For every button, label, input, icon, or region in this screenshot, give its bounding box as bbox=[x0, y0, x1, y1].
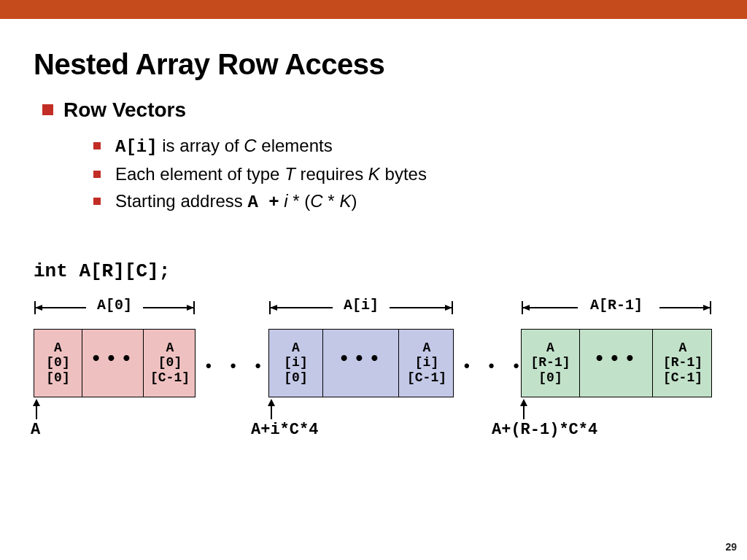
slide-title: Nested Array Row Access bbox=[34, 48, 713, 81]
arrow-up-icon bbox=[31, 399, 42, 419]
text: requires bbox=[295, 164, 368, 184]
var-k: K bbox=[368, 164, 380, 184]
bullet-1: A[i] is array of C elements bbox=[93, 132, 713, 160]
accent-bar bbox=[0, 0, 747, 19]
addr-label-2: A+(R-1)*C*4 bbox=[492, 421, 597, 439]
text: ) bbox=[351, 191, 357, 211]
arrow-up-icon bbox=[266, 399, 277, 419]
svg-marker-21 bbox=[268, 399, 275, 406]
cell-ri-cC: A [i] [C-1] bbox=[399, 330, 454, 397]
row-0-label: A[0] bbox=[34, 297, 196, 314]
var-t: T bbox=[285, 164, 295, 184]
gap-dots-0: • • • bbox=[206, 357, 268, 376]
var-c: C bbox=[244, 136, 256, 155]
cell-r0-c0: A [0] [0] bbox=[34, 330, 82, 397]
cell-ri-dots: ••• bbox=[323, 330, 399, 397]
arrow-up-icon bbox=[518, 399, 530, 419]
dots-icon: ••• bbox=[593, 348, 638, 371]
addr-arrow-2 bbox=[518, 399, 530, 419]
addr-arrow-1 bbox=[266, 399, 277, 419]
addr-label-1: A+i*C*4 bbox=[251, 421, 318, 439]
memory-layout-diagram: A[0] A [0] [0] ••• A [0] [C-1] • • • bbox=[34, 298, 713, 481]
text: Each element of type bbox=[115, 164, 285, 184]
row-i-label: A[i] bbox=[268, 297, 454, 314]
cell-rR-cC: A [R-1] [C-1] bbox=[653, 330, 713, 397]
bullet-3: Starting address A + i * (C * K) bbox=[93, 187, 713, 216]
var-k: K bbox=[339, 191, 351, 211]
row-r1-label-wrap: A[R-1] bbox=[521, 298, 712, 317]
row-0-rect: A [0] [0] ••• A [0] [C-1] bbox=[34, 329, 196, 397]
slide-number: 29 bbox=[725, 541, 737, 553]
bullet-list: A[i] is array of C elements Each element… bbox=[93, 132, 713, 217]
cell-ri-c0: A [i] [0] bbox=[269, 330, 323, 397]
code-a-i: A[i] bbox=[115, 137, 158, 157]
dots-icon: ••• bbox=[90, 348, 135, 371]
section-heading-text: Row Vectors bbox=[63, 98, 186, 122]
addr-label-0: A bbox=[31, 421, 40, 439]
row-i-label-wrap: A[i] bbox=[268, 298, 454, 317]
array-declaration: int A[R][C]; bbox=[34, 260, 713, 282]
text: bytes bbox=[380, 164, 427, 184]
text: * ( bbox=[288, 191, 311, 211]
gap-dots-1: • • • bbox=[464, 357, 526, 376]
cell-rR-dots: ••• bbox=[580, 330, 653, 397]
cell-r0-dots: ••• bbox=[82, 330, 144, 397]
var-c: C bbox=[310, 191, 322, 211]
text: Starting address bbox=[115, 191, 247, 211]
cell-rR-c0: A [R-1] [0] bbox=[522, 330, 580, 397]
bullet-square-icon bbox=[42, 104, 53, 115]
row-r1-label: A[R-1] bbox=[521, 297, 712, 314]
addr-arrow-0 bbox=[31, 399, 42, 419]
code-a-plus: A + bbox=[247, 192, 279, 212]
row-r1-rect: A [R-1] [0] ••• A [R-1] [C-1] bbox=[521, 329, 712, 397]
text: is array of bbox=[158, 136, 244, 155]
row-0-label-wrap: A[0] bbox=[34, 298, 196, 317]
cell-r0-cC: A [0] [C-1] bbox=[144, 330, 196, 397]
row-i-rect: A [i] [0] ••• A [i] [C-1] bbox=[268, 329, 454, 397]
bullet-2: Each element of type T requires K bytes bbox=[93, 160, 713, 187]
section-heading: Row Vectors bbox=[42, 98, 713, 122]
slide-content: Nested Array Row Access Row Vectors A[i]… bbox=[0, 19, 747, 481]
dots-icon: ••• bbox=[338, 348, 383, 371]
text: elements bbox=[257, 136, 333, 155]
text: * bbox=[323, 191, 340, 211]
svg-marker-23 bbox=[520, 399, 527, 406]
svg-marker-19 bbox=[33, 399, 40, 406]
